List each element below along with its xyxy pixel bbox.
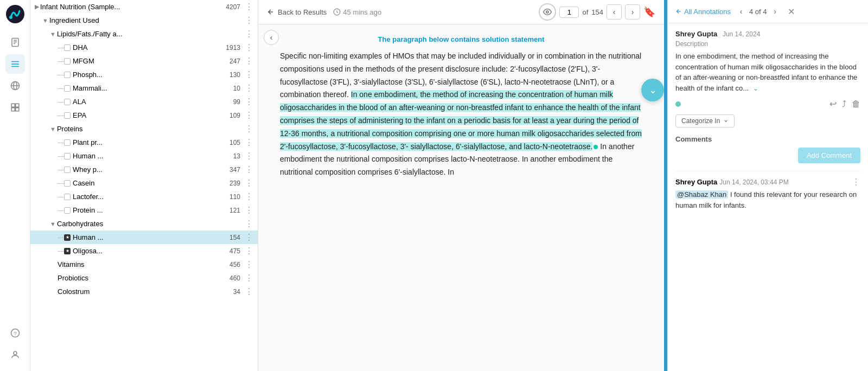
lactofer-checkbox[interactable] xyxy=(64,194,71,200)
proteins-expand-icon[interactable]: ▼ xyxy=(50,126,56,132)
svg-point-18 xyxy=(14,351,17,355)
page-number-input[interactable] xyxy=(559,7,579,18)
vitamins-menu[interactable]: ⋮ xyxy=(242,259,256,270)
human-carb-checkbox[interactable]: ★ xyxy=(64,234,71,241)
document-nav-icon[interactable] xyxy=(5,33,25,52)
categorize-label: Categorize In xyxy=(681,117,720,125)
svg-point-21 xyxy=(546,11,548,13)
tree-epa[interactable]: — EPA 109 ⋮ xyxy=(30,108,258,122)
dha-menu[interactable]: ⋮ xyxy=(242,42,256,53)
phosph-menu[interactable]: ⋮ xyxy=(242,69,256,80)
ann-prev-btn[interactable]: ‹ xyxy=(735,5,747,17)
dha-checkbox[interactable] xyxy=(64,44,71,51)
tree-plant-pr[interactable]: — Plant pr... 105 ⋮ xyxy=(30,136,258,149)
tree-protein-x[interactable]: — Protein ... 121 ⋮ xyxy=(30,203,258,217)
user-avatar[interactable] xyxy=(5,345,25,364)
human-milk-menu[interactable]: ⋮ xyxy=(242,151,256,161)
app-logo[interactable] xyxy=(5,4,25,24)
carb-expand-icon[interactable]: ▼ xyxy=(50,221,56,227)
tree-panel: ▶ Infant Nutrition (Sample... 4207 ⋮ ▼ I… xyxy=(30,0,258,371)
tree-lipids[interactable]: ▼ Lipids/Fats./Fatty a... ⋮ xyxy=(30,27,258,41)
globe-nav-icon[interactable] xyxy=(5,76,25,95)
close-annotations-btn[interactable]: ✕ xyxy=(788,7,795,17)
ann-next-btn[interactable]: › xyxy=(769,5,781,17)
svg-rect-12 xyxy=(11,104,15,107)
casein-menu[interactable]: ⋮ xyxy=(242,178,256,188)
tree-colostrum[interactable]: Colostrum 34 ⋮ xyxy=(30,285,258,298)
doc-text: Specific non-limiting examples of HMOs t… xyxy=(280,50,642,179)
mfgm-checkbox[interactable] xyxy=(64,58,71,65)
tree-ala[interactable]: — ALA 99 ⋮ xyxy=(30,95,258,108)
lactofer-count: 110 xyxy=(225,193,240,201)
tree-whey[interactable]: — Whey p... 347 ⋮ xyxy=(30,163,258,176)
tree-carbohydrates[interactable]: ▼ Carbohydrates ⋮ xyxy=(30,217,258,231)
lactofer-menu[interactable]: ⋮ xyxy=(242,191,256,202)
oligosa-checkbox[interactable]: ★ xyxy=(64,248,71,254)
tree-human-carb[interactable]: — ★ Human ... 154 ⋮ xyxy=(30,231,258,244)
eye-button[interactable] xyxy=(539,3,556,21)
ala-checkbox[interactable] xyxy=(64,99,71,105)
protein-x-menu[interactable]: ⋮ xyxy=(242,205,256,215)
ingredient-expand-icon[interactable]: ▼ xyxy=(42,17,48,24)
ann-share-btn[interactable]: ⤴ xyxy=(842,99,846,109)
back-to-results-btn[interactable]: Back to Results xyxy=(267,8,327,16)
whey-menu[interactable]: ⋮ xyxy=(242,164,256,175)
tree-probiotics[interactable]: Probiotics 460 ⋮ xyxy=(30,271,258,285)
tree-human-milk[interactable]: — Human ... 13 ⋮ xyxy=(30,149,258,163)
tree-phosph[interactable]: — Phosph... 130 ⋮ xyxy=(30,68,258,81)
colostrum-menu[interactable]: ⋮ xyxy=(242,286,256,297)
expand-annotations-btn[interactable]: ⌄ xyxy=(641,79,664,101)
comment-menu-btn[interactable]: ⋮ xyxy=(852,177,860,187)
mfgm-menu[interactable]: ⋮ xyxy=(242,56,256,66)
plant-pr-checkbox[interactable] xyxy=(64,139,71,146)
prev-page-btn[interactable]: ‹ xyxy=(607,4,622,20)
tree-oligosa[interactable]: — ★ Oligosa... 475 ⋮ xyxy=(30,244,258,258)
tree-root[interactable]: ▶ Infant Nutrition (Sample... 4207 ⋮ xyxy=(30,0,258,14)
bookmark-btn[interactable]: 🔖 xyxy=(643,6,655,18)
all-annotations-btn[interactable]: All Annotations xyxy=(675,8,731,16)
root-menu[interactable]: ⋮ xyxy=(242,2,256,12)
tree-lactofer[interactable]: — Lactofer... 110 ⋮ xyxy=(30,190,258,203)
phosph-checkbox[interactable] xyxy=(64,72,71,78)
help-icon[interactable]: ? xyxy=(5,323,25,343)
epa-checkbox[interactable] xyxy=(64,112,71,119)
mammali-checkbox[interactable] xyxy=(64,85,71,92)
ingredient-menu[interactable]: ⋮ xyxy=(242,15,256,25)
comment-header: Shrey Gupta Jun 14, 2024, 03:44 PM ⋮ xyxy=(675,177,860,187)
lipids-expand-icon[interactable]: ▼ xyxy=(50,31,56,37)
proteins-menu[interactable]: ⋮ xyxy=(242,124,256,134)
epa-menu[interactable]: ⋮ xyxy=(242,110,256,120)
protein-x-checkbox[interactable] xyxy=(64,207,71,214)
root-expand-icon[interactable]: ▶ xyxy=(35,3,39,10)
tree-proteins[interactable]: ▼ Proteins ⋮ xyxy=(30,122,258,136)
tree-casein[interactable]: — Casein 239 ⋮ xyxy=(30,176,258,190)
next-page-btn[interactable]: › xyxy=(625,4,640,20)
tree-dha[interactable]: — DHA 1913 ⋮ xyxy=(30,41,258,54)
collapse-panel-btn[interactable]: ‹ xyxy=(264,30,279,45)
casein-checkbox[interactable] xyxy=(64,180,71,187)
probiotics-menu[interactable]: ⋮ xyxy=(242,273,256,283)
add-comment-btn[interactable]: Add Comment xyxy=(798,148,860,163)
phosph-label: Phosph... xyxy=(73,71,225,79)
ann-delete-btn[interactable]: 🗑 xyxy=(852,99,860,109)
ala-menu[interactable]: ⋮ xyxy=(242,97,256,107)
oligosa-menu[interactable]: ⋮ xyxy=(242,246,256,256)
human-milk-checkbox[interactable] xyxy=(64,153,71,159)
list-nav-icon[interactable] xyxy=(5,54,25,74)
human-carb-menu[interactable]: ⋮ xyxy=(242,232,256,242)
expand-desc-btn[interactable]: ⌄ xyxy=(753,85,758,92)
tree-mammali[interactable]: — Mammali... 10 ⋮ xyxy=(30,81,258,95)
whey-checkbox[interactable] xyxy=(64,167,71,173)
ann-undo-btn[interactable]: ↩ xyxy=(829,99,837,109)
package-nav-icon[interactable] xyxy=(5,98,25,117)
tree-vitamins[interactable]: Vitamins 456 ⋮ xyxy=(30,258,258,271)
mammali-menu[interactable]: ⋮ xyxy=(242,83,256,93)
plant-pr-menu[interactable]: ⋮ xyxy=(242,137,256,148)
epa-label: EPA xyxy=(73,111,225,119)
lipids-menu[interactable]: ⋮ xyxy=(242,29,256,39)
tree-ingredient-used[interactable]: ▼ Ingredient Used ⋮ xyxy=(30,14,258,27)
phosph-count: 130 xyxy=(225,71,240,79)
categorize-btn[interactable]: Categorize In xyxy=(675,114,735,127)
tree-mfgm[interactable]: — MFGM 247 ⋮ xyxy=(30,54,258,68)
carb-menu[interactable]: ⋮ xyxy=(242,219,256,229)
